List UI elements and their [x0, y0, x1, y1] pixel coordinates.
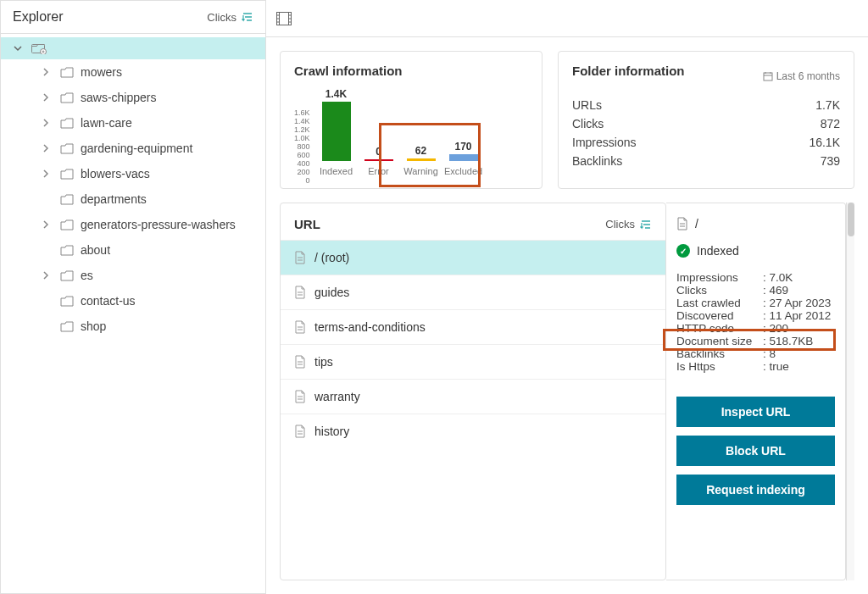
folder-stat-row: Impressions16.1K [572, 136, 840, 149]
folder-icon [60, 67, 74, 78]
chevron-right-icon [42, 220, 53, 229]
folder-icon [60, 321, 74, 332]
url-row[interactable]: history [281, 414, 665, 448]
detail-stat-row: Impressions: 7.0K [676, 271, 835, 284]
url-sort-label: Clicks [605, 218, 635, 230]
folder-title: Folder information [572, 64, 685, 78]
document-icon [294, 251, 306, 264]
tree-item-label: lawn-care [81, 116, 132, 130]
tree-item-label: about [81, 243, 110, 257]
detail-stat-value: : 518.7KB [763, 335, 813, 347]
sort-label: Clicks [207, 11, 236, 24]
folder-stat-row: Backlinks739 [572, 154, 840, 168]
folder-icon [60, 143, 74, 154]
detail-stat-value: : 469 [763, 284, 788, 297]
stat-key: Backlinks [572, 154, 622, 168]
url-label: guides [314, 286, 349, 299]
filmstrip-icon[interactable] [276, 12, 292, 25]
tree-item[interactable]: saws-chippers [1, 85, 265, 110]
detail-stat-row: Clicks: 469 [676, 284, 835, 297]
stat-value: 872 [821, 117, 840, 130]
tree-item[interactable]: contact-us [1, 288, 265, 314]
tree-item[interactable]: lawn-care [1, 110, 265, 136]
bar-rect [407, 158, 436, 161]
tree-item-label: mowers [81, 65, 122, 79]
chevron-right-icon [42, 271, 53, 280]
tree-item[interactable]: generators-pressure-washers [1, 212, 265, 237]
url-row[interactable]: / (root) [281, 240, 665, 275]
scroll-thumb[interactable] [848, 203, 854, 236]
tree-item[interactable]: blowers-vacs [1, 161, 265, 186]
url-label: history [314, 425, 349, 438]
detail-stat-key: Backlinks [676, 347, 763, 360]
stat-value: 1.7K [815, 98, 840, 112]
date-range[interactable]: Last 6 months [763, 70, 840, 82]
tree-item[interactable]: gardening-equipment [1, 136, 265, 161]
y-tick: 800 [294, 142, 310, 151]
status-label: Indexed [697, 244, 739, 258]
y-tick: 0 [294, 176, 310, 185]
detail-stat-key: Clicks [676, 284, 763, 297]
folder-stats: URLs1.7KClicks872Impressions16.1KBacklin… [572, 98, 840, 168]
folder-icon [60, 118, 74, 129]
tree-item[interactable]: about [1, 237, 265, 263]
tree-item-label: generators-pressure-washers [81, 218, 236, 231]
y-tick: 400 [294, 159, 310, 168]
tree-item-label: blowers-vacs [81, 167, 150, 180]
sort-icon [640, 219, 652, 230]
folder-icon [60, 296, 74, 307]
detail-stat-key: Discovered [676, 309, 763, 322]
chart-bar-error[interactable]: 0Error [358, 146, 400, 176]
detail-stat-row: Last crawled: 27 Apr 2023 [676, 297, 835, 309]
chevron-right-icon [42, 144, 53, 153]
url-list-card: URL Clicks / (root)guidesterms-and-condi… [280, 203, 666, 580]
tree-item[interactable]: departments [1, 186, 265, 212]
url-label: / (root) [314, 251, 349, 264]
sort-by-clicks[interactable]: Clicks [207, 11, 253, 24]
bar-rect [364, 159, 393, 161]
tree-item[interactable]: mowers [1, 59, 265, 85]
chevron-right-icon [42, 93, 53, 102]
bar-value: 62 [415, 145, 426, 157]
detail-stat-key: Is Https [676, 360, 763, 373]
chart-bar-warning[interactable]: 62Warning [400, 145, 442, 176]
crawl-info-card: Crawl information 1.6K1.4K1.2K1.0K800600… [280, 51, 542, 189]
url-label: terms-and-conditions [314, 320, 426, 334]
chart-y-axis: 1.6K1.4K1.2K1.0K8006004002000 [294, 108, 312, 176]
action-button-request-indexing[interactable]: Request indexing [676, 475, 835, 505]
detail-stat-value: : true [763, 360, 789, 373]
sidebar-title: Explorer [13, 9, 64, 25]
check-icon: ✓ [676, 244, 690, 258]
url-sort-clicks[interactable]: Clicks [605, 218, 652, 230]
stat-value: 739 [821, 154, 840, 168]
url-row[interactable]: guides [281, 275, 665, 309]
tree-item[interactable]: es [1, 263, 265, 288]
tree-item-label: departments [81, 192, 147, 206]
bar-value: 170 [455, 141, 472, 153]
main-toolbar [266, 0, 868, 37]
scrollbar[interactable] [846, 203, 854, 580]
bar-value: 0 [376, 146, 381, 158]
url-row[interactable]: warranty [281, 379, 665, 414]
chevron-right-icon [42, 169, 53, 178]
url-label: warranty [314, 390, 360, 403]
action-button-block-url[interactable]: Block URL [676, 436, 835, 466]
tree-item[interactable]: shop [1, 314, 265, 339]
tree-root-item[interactable] [1, 37, 265, 59]
detail-stat-value: : 7.0K [763, 271, 793, 284]
chevron-right-icon [42, 68, 53, 76]
document-icon [294, 355, 306, 369]
crawl-chart: 1.6K1.4K1.2K1.0K8006004002000 1.4KIndexe… [294, 88, 528, 176]
url-label: tips [314, 355, 333, 369]
folder-icon [60, 245, 74, 256]
url-row[interactable]: terms-and-conditions [281, 309, 665, 344]
url-detail-card: / ✓ Indexed Impressions: 7.0KClicks: 469… [666, 203, 846, 580]
folder-icon [60, 194, 74, 205]
chart-bar-excluded[interactable]: 170Excluded [442, 141, 485, 177]
chart-bar-indexed[interactable]: 1.4KIndexed [315, 88, 358, 176]
tree-item-label: es [81, 269, 93, 282]
detail-stat-key: HTTP code [676, 322, 763, 335]
action-button-inspect-url[interactable]: Inspect URL [676, 397, 835, 427]
url-row[interactable]: tips [281, 344, 665, 379]
document-icon [294, 390, 306, 403]
